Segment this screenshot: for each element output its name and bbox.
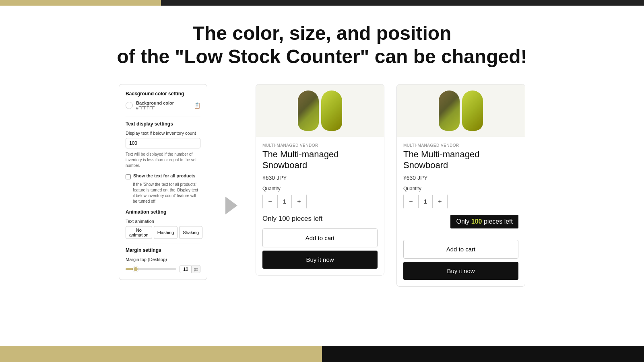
snowboard-left-1 (298, 90, 319, 131)
stock-number-1: 100 (279, 215, 290, 222)
heading-line1: The color, size, and position (193, 23, 452, 44)
stock-suffix-2: pieces left (482, 218, 513, 225)
bg-color-label-name: Background color (136, 101, 174, 105)
stock-suffix-1: pieces left (290, 215, 322, 222)
stock-counter-2: Only 100 pieces left (450, 215, 518, 228)
text-display-title: Text display settings (126, 121, 200, 127)
stock-number-2: 100 (471, 218, 482, 225)
margin-input-box: px (180, 265, 200, 273)
margin-row: px (126, 265, 200, 273)
margin-unit: px (191, 266, 200, 273)
vendor-label-2: MULTI-MANAGED VENDOR (403, 143, 518, 148)
snowboard-image-1 (298, 90, 342, 131)
arrow-right-icon (225, 197, 237, 214)
cards-row: Background color setting Background colo… (24, 84, 620, 287)
bg-section-title: Background color setting (126, 91, 200, 97)
add-to-cart-btn-2[interactable]: Add to cart (403, 240, 518, 259)
quantity-label-2: Quantity (403, 186, 518, 191)
margin-title: Margin settings (126, 247, 200, 253)
product-title-2: The Multi-managedSnowboard (403, 149, 518, 171)
bottom-bar-accent (0, 346, 322, 362)
inventory-field-label: Display text if below inventory count (126, 131, 200, 136)
show-all-checkbox-row: Show the text for all products (126, 173, 200, 179)
product-info-1: MULTI-MANAGED VENDOR The Multi-managedSn… (256, 137, 384, 275)
buy-now-btn-2[interactable]: Buy it now (403, 262, 518, 280)
stock-prefix-1: Only (262, 215, 279, 222)
margin-desktop-label: Margin top (Desktop) (126, 257, 200, 262)
vendor-label-1: MULTI-MANAGED VENDOR (262, 143, 378, 148)
anim-shaking[interactable]: Shaking (179, 226, 202, 239)
product-card-2: MULTI-MANAGED VENDOR The Multi-managedSn… (396, 84, 525, 287)
inventory-helper: Text will be displayed if the number of … (126, 152, 200, 169)
anim-no-animation[interactable]: No animation (126, 226, 152, 239)
copy-icon[interactable]: 📋 (194, 102, 200, 109)
show-all-helper: If the 'Show the text for all products' … (133, 182, 200, 204)
qty-decrease-1[interactable]: − (263, 194, 277, 209)
slider-thumb[interactable] (133, 266, 138, 272)
product-card-1: MULTI-MANAGED VENDOR The Multi-managedSn… (256, 84, 384, 276)
heading-text: The color, size, and position of the "Lo… (117, 22, 527, 68)
add-to-cart-btn-1[interactable]: Add to cart (262, 228, 378, 247)
product-price-2: ¥630 JPY (403, 175, 518, 181)
margin-value-input[interactable] (180, 265, 191, 273)
snowboard-image-2 (439, 90, 483, 131)
qty-value-1: 1 (277, 195, 292, 208)
main-content: The color, size, and position of the "Lo… (0, 6, 644, 299)
stock-prefix-2: Only (456, 218, 471, 225)
heading-line2: of the "Low Stock Counter" can be change… (117, 46, 527, 67)
anim-flashing[interactable]: Flashing (154, 226, 178, 239)
settings-panel: Background color setting Background colo… (119, 84, 207, 280)
snowboard-left-2 (439, 90, 460, 131)
snowboard-right-2 (462, 90, 483, 131)
quantity-control-2: − 1 + (403, 194, 448, 209)
bg-color-row: Background color #FFFFFF 📋 (126, 101, 200, 110)
color-circle[interactable] (126, 102, 133, 109)
arrow-container (219, 197, 244, 214)
bg-color-label: Background color #FFFFFF (136, 101, 174, 110)
page-heading: The color, size, and position of the "Lo… (117, 22, 527, 68)
qty-decrease-2[interactable]: − (404, 194, 418, 209)
divider-1 (126, 117, 200, 117)
product-image-area-2 (397, 84, 525, 137)
bg-color-value: #FFFFFF (136, 105, 155, 110)
animation-title: Animation setting (126, 209, 200, 215)
product-price-1: ¥630 JPY (262, 175, 378, 181)
margin-slider[interactable] (126, 268, 176, 270)
inventory-input[interactable] (126, 138, 200, 148)
qty-value-2: 1 (418, 195, 433, 208)
top-bar (0, 0, 644, 6)
card2-stock-row: Only 100 pieces left (403, 215, 518, 234)
quantity-control-1: − 1 + (262, 194, 307, 209)
buy-now-btn-1[interactable]: Buy it now (262, 251, 378, 269)
divider-2 (126, 243, 200, 243)
product-title-1: The Multi-managedSnowboard (262, 149, 378, 171)
show-all-label: Show the text for all products (133, 173, 196, 178)
text-animation-label: Text animation (126, 219, 200, 224)
qty-increase-1[interactable]: + (292, 194, 306, 209)
snowboard-right-1 (321, 90, 342, 131)
animation-buttons: No animation Flashing Shaking (126, 226, 200, 239)
product-info-2: MULTI-MANAGED VENDOR The Multi-managedSn… (397, 137, 525, 286)
bg-color-info: Background color #FFFFFF (126, 101, 174, 110)
product-image-area-1 (256, 84, 384, 137)
quantity-label-1: Quantity (262, 186, 378, 191)
show-all-checkbox[interactable] (126, 174, 131, 179)
stock-counter-1: Only 100 pieces left (262, 215, 378, 223)
qty-increase-2[interactable]: + (433, 194, 447, 209)
bottom-bar (0, 346, 644, 362)
